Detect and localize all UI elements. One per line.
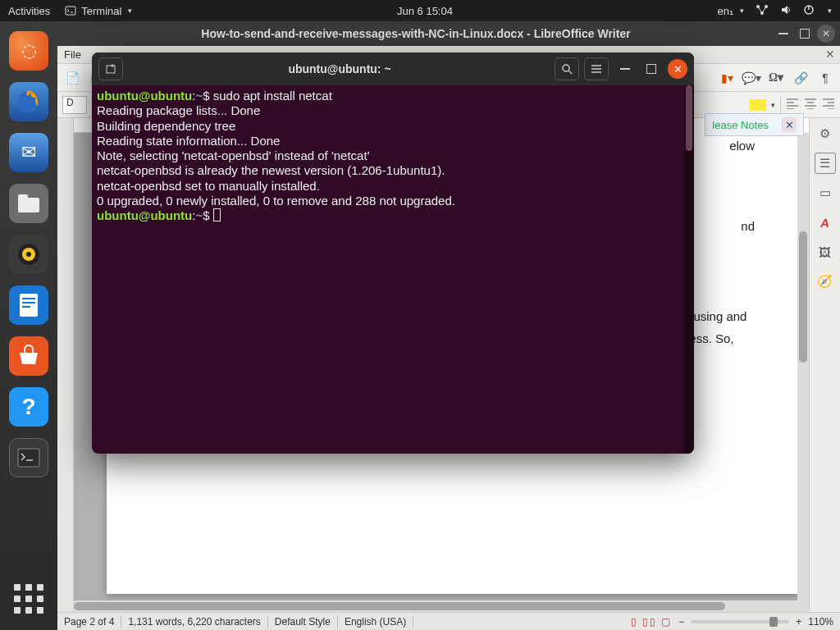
status-view-icons[interactable]: ▯ ▯▯ ▢: [631, 616, 673, 628]
status-wordcount[interactable]: 1,131 words, 6,220 characters: [128, 616, 260, 628]
svg-rect-16: [18, 449, 39, 467]
terminal-title: ubuntu@ubuntu: ~: [130, 62, 550, 75]
status-page[interactable]: Page 2 of 4: [64, 616, 114, 628]
special-char-button[interactable]: Ω▾: [766, 68, 786, 88]
sidebar-settings-icon[interactable]: ⚙: [815, 123, 836, 144]
app-menu[interactable]: Terminal ▾: [65, 5, 132, 17]
zoom-in-button[interactable]: +: [796, 616, 801, 628]
highlight-color-button[interactable]: ▮▾: [717, 68, 737, 88]
hamburger-menu-button[interactable]: [584, 57, 609, 80]
gnome-terminal-window[interactable]: ubuntu@ubuntu: ~ ✕ ubuntu@ubuntu:~$ sudo…: [92, 52, 694, 454]
new-tab-button[interactable]: [98, 57, 123, 80]
scrollbar-thumb[interactable]: [799, 231, 807, 363]
menu-file[interactable]: File: [64, 48, 81, 61]
system-menu-chevron[interactable]: ▾: [828, 7, 832, 15]
network-icon[interactable]: [756, 4, 769, 18]
doc-text-fragment: nd: [741, 219, 755, 233]
svg-rect-15: [22, 306, 30, 308]
paragraph-style-combo[interactable]: D: [62, 96, 87, 114]
svg-point-11: [26, 252, 31, 257]
status-bar: Page 2 of 4 1,131 words, 6,220 character…: [57, 612, 840, 630]
sidebar-navigator-icon[interactable]: 🧭: [815, 271, 836, 292]
ubuntu-dock: ◌ ✉ ?: [0, 21, 57, 630]
svg-rect-8: [18, 194, 28, 199]
power-icon[interactable]: [803, 4, 815, 18]
zoom-slider[interactable]: [691, 620, 789, 623]
release-notes-infobar[interactable]: lease Notes ✕: [705, 113, 804, 136]
input-source[interactable]: en₁▾: [718, 5, 744, 17]
sidebar-gallery-icon[interactable]: 🖼: [815, 241, 836, 262]
app-menu-label: Terminal: [81, 5, 121, 17]
sidebar-page-icon[interactable]: ▭: [815, 182, 836, 203]
dock-ubuntu-icon[interactable]: ◌: [9, 31, 48, 71]
release-notes-label: lease Notes: [712, 119, 769, 131]
align-right-button[interactable]: [822, 98, 835, 112]
document-close-button[interactable]: ✕: [825, 48, 835, 61]
hyperlink-button[interactable]: 🔗: [791, 68, 810, 88]
zoom-out-button[interactable]: −: [678, 616, 684, 628]
svg-point-18: [563, 65, 569, 71]
terminal-maximize-button[interactable]: [641, 59, 661, 79]
window-minimize-button[interactable]: [774, 25, 792, 43]
svg-rect-7: [18, 198, 39, 212]
svg-rect-17: [107, 66, 115, 73]
dock-writer-icon[interactable]: [9, 285, 48, 325]
terminal-minimize-button[interactable]: [615, 59, 635, 79]
dock-firefox-icon[interactable]: [9, 82, 48, 121]
dock-files-icon[interactable]: [9, 184, 48, 223]
window-titlebar[interactable]: How-to-send-and-receive-messages-with-NC…: [57, 21, 840, 46]
comment-button[interactable]: 💬▾: [742, 68, 761, 88]
sidebar-styles-icon[interactable]: A: [815, 212, 836, 233]
new-doc-button[interactable]: 📄: [62, 68, 82, 88]
terminal-close-button[interactable]: ✕: [668, 59, 687, 79]
search-button[interactable]: [555, 57, 579, 80]
svg-rect-12: [20, 294, 38, 317]
status-style[interactable]: Default Style: [275, 616, 331, 628]
scrollbar-thumb[interactable]: [74, 602, 725, 610]
volume-icon[interactable]: [780, 4, 792, 18]
svg-line-19: [568, 71, 572, 74]
dock-software-icon[interactable]: [9, 336, 48, 376]
dock-terminal-icon[interactable]: [9, 438, 48, 477]
svg-rect-14: [22, 302, 35, 304]
dock-rhythmbox-icon[interactable]: [9, 235, 48, 274]
window-title: How-to-send-and-receive-messages-with-NC…: [57, 27, 774, 40]
horizontal-scrollbar[interactable]: [74, 600, 797, 612]
terminal-titlebar[interactable]: ubuntu@ubuntu: ~ ✕: [92, 52, 694, 85]
gnome-top-bar: Activities Terminal ▾ Jun 6 15:04 en₁▾ ▾: [0, 0, 840, 21]
status-language[interactable]: English (USA): [345, 616, 406, 628]
show-applications-button[interactable]: [14, 584, 43, 614]
doc-text-fragment: elow: [729, 139, 755, 153]
release-notes-close-button[interactable]: ✕: [782, 117, 797, 132]
sidebar-properties-icon[interactable]: ☰: [815, 153, 836, 174]
highlight-button[interactable]: [750, 99, 766, 111]
footnote-button[interactable]: ¶: [815, 68, 835, 88]
zoom-percent[interactable]: 110%: [808, 616, 833, 628]
dock-help-icon[interactable]: ?: [9, 387, 48, 427]
terminal-output[interactable]: ubuntu@ubuntu:~$ sudo apt install netcat…: [92, 85, 694, 454]
window-close-button[interactable]: ✕: [817, 25, 835, 43]
window-maximize-button[interactable]: [796, 25, 814, 43]
activities-button[interactable]: Activities: [8, 5, 50, 17]
svg-rect-13: [22, 298, 35, 299]
terminal-scrollbar[interactable]: [684, 85, 694, 454]
vertical-scrollbar[interactable]: [797, 133, 809, 612]
sidebar: ⚙ ☰ ▭ A 🖼 🧭: [809, 118, 840, 612]
terminal-icon: [65, 5, 76, 16]
vertical-ruler: [57, 118, 74, 612]
align-left-button[interactable]: [786, 98, 799, 112]
terminal-cursor: [213, 208, 221, 221]
svg-rect-0: [66, 7, 75, 15]
scrollbar-thumb[interactable]: [686, 85, 692, 151]
clock[interactable]: Jun 6 15:04: [132, 5, 717, 17]
dock-thunderbird-icon[interactable]: ✉: [9, 133, 48, 172]
align-center-button[interactable]: [804, 98, 817, 112]
